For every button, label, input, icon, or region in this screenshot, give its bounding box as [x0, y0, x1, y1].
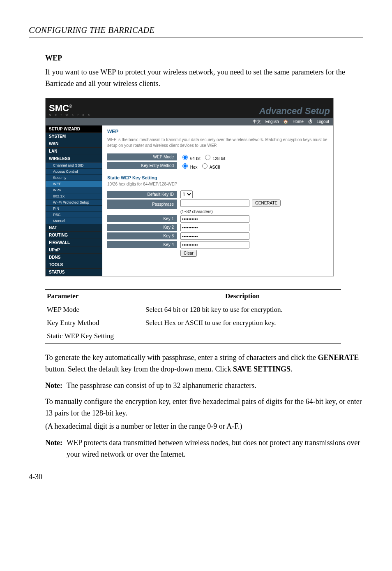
- table-header-parameter: Parameter: [45, 289, 144, 303]
- nav-channel-ssid[interactable]: Channel and SSID: [46, 162, 102, 169]
- key4-label: Key 4: [107, 241, 177, 248]
- passphrase-input[interactable]: [180, 200, 249, 207]
- static-wep-heading: Static WEP Key Setting: [107, 175, 328, 180]
- nav-wireless[interactable]: WIRELESS: [46, 155, 102, 162]
- content-panel: WEP WEP is the basic mechanism to transm…: [102, 125, 333, 276]
- content-description: WEP is the basic mechanism to transmit y…: [107, 137, 328, 149]
- table-row: Static WEP Key Setting: [45, 330, 341, 344]
- generate-paragraph: To generate the key automatically with p…: [45, 352, 363, 375]
- nav-firewall[interactable]: FIREWALL: [46, 239, 102, 246]
- wep-mode-128bit-radio[interactable]: 128-bit: [203, 153, 225, 161]
- nav-pin[interactable]: PIN: [46, 206, 102, 212]
- key-entry-hex-radio[interactable]: Hex: [180, 162, 198, 169]
- generate-button[interactable]: GENERATE: [252, 200, 281, 207]
- static-wep-desc: 10/26 hex digits for 64-WEP/128-WEP: [107, 182, 328, 186]
- table-row: WEP Mode Select 64 bit or 128 bit key to…: [45, 303, 341, 316]
- nav-access-control[interactable]: Access Control: [46, 169, 102, 175]
- lang-en-link[interactable]: English: [265, 119, 279, 124]
- top-links-bar: 中文 English 🏠 Home ⏻ Logout: [46, 118, 333, 125]
- nav-system[interactable]: SYSTEM: [46, 133, 102, 140]
- passphrase-label: Passphrase: [107, 200, 177, 209]
- nav-setup-wizard[interactable]: SETUP WIZARD: [46, 125, 102, 133]
- nav-status[interactable]: STATUS: [46, 269, 102, 276]
- sidebar-nav: SETUP WIZARD SYSTEM WAN LAN WIRELESS Cha…: [46, 125, 102, 276]
- nav-wan[interactable]: WAN: [46, 140, 102, 148]
- clear-button[interactable]: Clear: [180, 250, 197, 257]
- wep-mode-64bit-radio[interactable]: 64-bit: [180, 153, 201, 161]
- key3-label: Key 3: [107, 232, 177, 239]
- section-heading: WEP: [45, 54, 363, 63]
- logout-link[interactable]: ⏻ Logout: [308, 119, 329, 124]
- nav-wpa[interactable]: WPA: [46, 187, 102, 193]
- key-entry-ascii-radio[interactable]: ASCII: [200, 162, 220, 169]
- intro-paragraph: If you want to use WEP to protect your w…: [45, 67, 363, 90]
- nav-upnp[interactable]: UPnP: [46, 246, 102, 254]
- lang-zh-link[interactable]: 中文: [253, 119, 261, 124]
- nav-lan[interactable]: LAN: [46, 148, 102, 155]
- key1-label: Key 1: [107, 215, 177, 222]
- nav-8021x[interactable]: 802.1X: [46, 193, 102, 200]
- default-key-id-select[interactable]: 1: [180, 190, 193, 198]
- advanced-setup-label: Advanced Setup: [259, 106, 330, 116]
- key2-input[interactable]: [180, 224, 249, 231]
- key3-input[interactable]: [180, 232, 249, 240]
- table-row: Key Entry Method Select Hex or ASCII to …: [45, 316, 341, 330]
- note-2: Note: WEP protects data transmitted betw…: [45, 437, 363, 460]
- key-entry-label: Key Entry Method: [107, 162, 177, 169]
- note-1: Note: The passphrase can consist of up t…: [45, 380, 363, 392]
- passphrase-hint: (1~32 characters): [180, 209, 213, 214]
- nav-nat[interactable]: NAT: [46, 224, 102, 232]
- smc-logo: SMC® N e t w o r k s: [49, 103, 91, 116]
- wep-mode-label: WEP Mode: [107, 153, 177, 160]
- hex-paragraph: (A hexadecimal digit is a number or lett…: [45, 421, 363, 432]
- key1-input[interactable]: [180, 215, 249, 223]
- key4-input[interactable]: [180, 241, 249, 248]
- nav-manual[interactable]: Manual: [46, 218, 102, 224]
- nav-wep[interactable]: WEP: [46, 181, 102, 187]
- home-link[interactable]: 🏠 Home: [283, 119, 303, 124]
- nav-security[interactable]: Security: [46, 175, 102, 181]
- running-header: CONFIGURING THE BARRICADE: [29, 25, 363, 37]
- key2-label: Key 2: [107, 224, 177, 231]
- nav-ddns[interactable]: DDNS: [46, 254, 102, 261]
- manual-paragraph: To manually configure the encryption key…: [45, 396, 363, 419]
- nav-wps[interactable]: Wi-Fi Protected Setup: [46, 200, 102, 206]
- nav-pbc[interactable]: PBC: [46, 212, 102, 218]
- table-header-description: Description: [144, 289, 341, 303]
- nav-tools[interactable]: TOOLS: [46, 261, 102, 269]
- parameter-table: Parameter Description WEP Mode Select 64…: [45, 289, 341, 344]
- default-key-id-label: Default Key ID: [107, 191, 177, 198]
- content-title: WEP: [107, 129, 328, 135]
- nav-routing[interactable]: ROUTING: [46, 232, 102, 239]
- router-admin-screenshot: SMC® N e t w o r k s Advanced Setup 中文 E…: [45, 98, 334, 276]
- page-number: 4-30: [29, 473, 363, 481]
